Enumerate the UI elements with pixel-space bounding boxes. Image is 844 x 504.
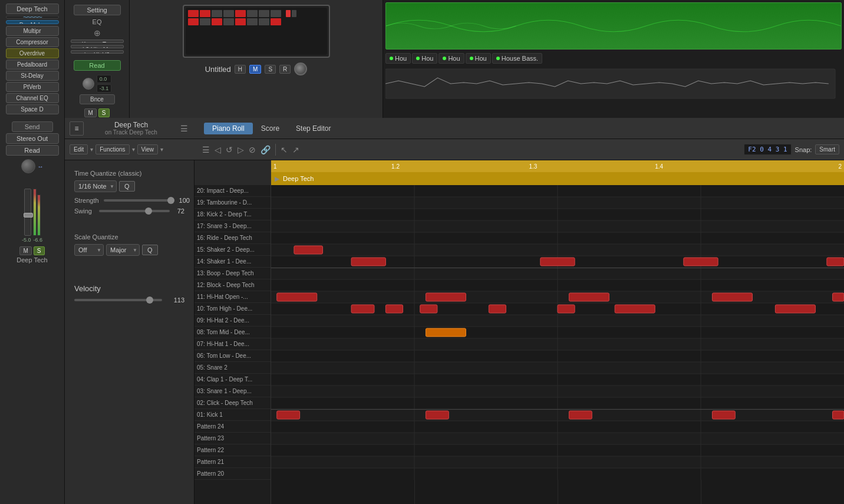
velocity-slider[interactable] [74,299,162,301]
forward-icon[interactable]: ▷ [236,144,246,155]
drum-item-22[interactable]: Pattern 22 [194,444,271,456]
plugin-space-d[interactable]: Space D [6,104,59,114]
list-icon[interactable]: ☰ [200,144,212,155]
quantize-q-button[interactable]: Q [119,181,135,192]
note-value-select-wrapper[interactable]: 1/16 Note 1/8 Note 1/4 Note [74,180,117,192]
plugin-multipr[interactable]: Multipr [6,26,59,36]
plugin-compressor[interactable]: Compressor [6,37,59,47]
edit-button[interactable]: Edit [70,144,88,154]
send-button[interactable]: Send [12,121,53,132]
mute-button[interactable]: M [19,246,31,255]
channel-name: Deep Tech [6,4,59,14]
plugin-ptverb[interactable]: PtVerb [6,82,59,92]
view-arrow: ▾ [160,146,163,153]
swing-slider[interactable] [99,210,170,212]
panel-options-button[interactable]: ☰ [179,123,190,134]
db-display-2: -3.1 [97,84,112,93]
note-grid[interactable] [271,185,844,504]
drum-item-1[interactable]: 19: Tambourine - D... [194,197,271,209]
drum-item-12[interactable]: 08: Tom Mid - Dee... [194,327,271,338]
drum-item-16[interactable]: 04: Clap 1 - Deep T... [194,374,271,386]
channel-fader[interactable] [24,189,31,236]
ms-buttons: M S [84,108,109,117]
svg-rect-69 [775,305,815,313]
drum-item-13[interactable]: 07: Hi-Hat 1 - Dee... [194,338,271,350]
meter-right [37,195,41,236]
left-icon[interactable]: ◁ [213,144,223,155]
drum-item-7[interactable]: 13: Boop - Deep Tech [194,268,271,279]
instrument-title: Untitled [205,65,231,74]
stereo-out-button[interactable]: Stereo Out [6,133,59,144]
plugin-channel-eq[interactable]: Channel EQ [6,93,59,103]
drum-item-3[interactable]: 17: Snare 3 - Deep... [194,220,271,232]
refresh-icon[interactable]: ↺ [224,144,235,155]
h-button[interactable]: H [235,65,246,74]
marker-3: 1.3 [529,163,537,170]
setting-button[interactable]: Setting [74,5,121,15]
plugin-bx-xl[interactable]: bx_XL V2 [71,50,124,54]
drum-item-4[interactable]: 16: Ride - Deep Tech [194,232,271,244]
functions-button[interactable]: Functions [95,144,129,154]
plugin-knob[interactable] [83,78,94,90]
drum-item-24[interactable]: Pattern 20 [194,468,271,480]
scale-off-wrapper[interactable]: Off On [74,244,104,256]
strength-slider[interactable] [104,199,174,202]
drum-plugin-label[interactable]: DrmMchn [6,20,59,24]
tab-score[interactable]: Score [253,123,288,134]
plugin-overdrive[interactable]: Overdrive [6,48,59,58]
wave-display [6,16,59,18]
eq-button[interactable]: EQ [91,17,103,27]
track-dot-3 [443,57,446,60]
drum-item-11[interactable]: 09: Hi-Hat 2 - Dee... [194,315,271,327]
snap-info: F2 0 4 3 1 Snap: Smart [744,144,839,155]
drum-item-15[interactable]: 05: Snare 2 [194,362,271,374]
filter-icon[interactable]: ⊘ [247,144,258,155]
drum-item-8[interactable]: 12: Block - Deep Tech [194,279,271,291]
plugin-pedalboard[interactable]: Pedalboard [6,60,59,70]
drum-item-23[interactable]: Pattern 21 [194,456,271,468]
swing-slider-row: Swing 72 [74,207,184,215]
bounce-button[interactable]: Bnce [80,94,115,104]
drum-item-20[interactable]: Pattern 24 [194,421,271,433]
svg-rect-60 [569,293,609,301]
note-value-row: 1/16 Note 1/8 Note 1/4 Note Q [74,180,184,192]
solo-button[interactable]: S [34,246,45,255]
s-button[interactable]: S [265,65,276,74]
note-value-select[interactable]: 1/16 Note 1/8 Note 1/4 Note [74,180,117,192]
plugin-st-delay[interactable]: St-Delay [6,71,59,81]
tab-step-editor[interactable]: Step Editor [288,123,339,134]
tab-piano-roll[interactable]: Piano Roll [204,123,253,134]
scale-key-wrapper[interactable]: Major Minor Dorian [106,244,140,256]
read-button[interactable]: Read [6,145,59,156]
drum-item-9[interactable]: 11: Hi-Hat Open -... [194,291,271,303]
drum-item-14[interactable]: 06: Tom Low - Dee... [194,350,271,362]
scale-q-button[interactable]: Q [142,245,158,255]
power-button[interactable] [294,62,307,75]
drum-item-21[interactable]: Pattern 23 [194,433,271,444]
m-button[interactable]: M [249,65,261,74]
separator-1 [275,144,276,156]
drum-item-6[interactable]: 14: Shaker 1 - Dee... [194,256,271,268]
drum-item-10[interactable]: 10: Tom High - Dee... [194,303,271,315]
r-button[interactable]: R [279,65,291,74]
mute-button-2[interactable]: M [84,108,96,117]
link-tool-icon[interactable]: 🔗 [259,144,272,155]
svg-rect-74 [712,411,735,419]
drum-item-2[interactable]: 18: Kick 2 - Deep T... [194,209,271,220]
solo-button-2[interactable]: S [98,108,110,117]
arrow-tool-2[interactable]: ↗ [291,144,301,155]
scale-key-select[interactable]: Major Minor Dorian [106,244,140,256]
drum-item-17[interactable]: 03: Snare 1 - Deep... [194,386,271,397]
drum-item-19[interactable]: 01: Kick 1 [194,409,271,421]
track-dot-1 [390,57,393,60]
snap-value-button[interactable]: Smart [815,144,839,154]
arrow-tool[interactable]: ↖ [279,144,289,155]
drum-item-5[interactable]: 15: Shaker 2 - Deep... [194,244,271,256]
drum-item-18[interactable]: 02: Click - Deep Tech [194,397,271,409]
plugin-l3[interactable]: L3 UltraMa [71,45,124,48]
plugin-kramer[interactable]: Kramer Tap [71,39,124,43]
scale-off-select[interactable]: Off On [74,244,104,256]
view-button[interactable]: View [137,144,159,154]
drum-item-0[interactable]: 20: Impact - Deep... [194,185,271,197]
read-button-2[interactable]: Read [74,60,121,71]
